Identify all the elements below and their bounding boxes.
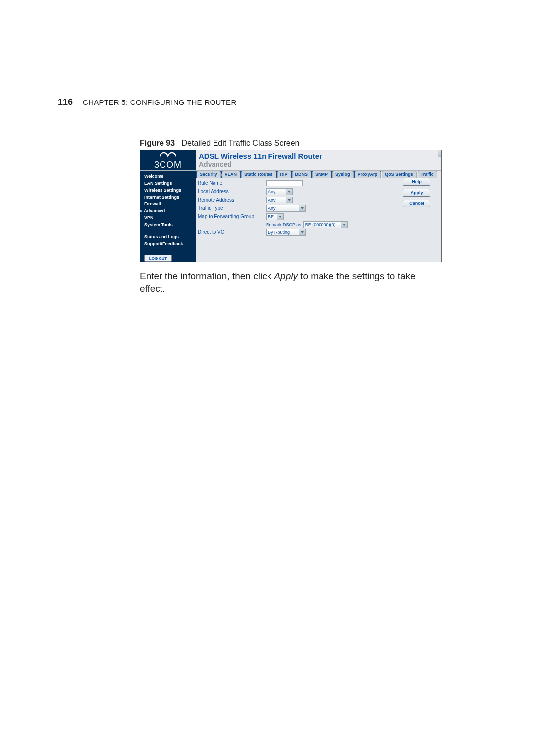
- tab-vlan[interactable]: VLAN: [222, 171, 241, 178]
- label-remote-address: Remote Address: [196, 197, 266, 202]
- sidebar-item-welcome[interactable]: Welcome: [140, 173, 196, 180]
- header-title-area: ADSL Wireless 11n Firewall Router Advanc…: [196, 150, 441, 170]
- tab-static-routes[interactable]: Static Routes: [241, 171, 276, 178]
- chevron-down-icon: [279, 216, 282, 218]
- sidebar-item-status-and-logs[interactable]: Status and Logs: [140, 233, 196, 240]
- content-panel: Edit Traffic Class Rule Name Local Addre…: [196, 171, 441, 262]
- chevron-down-icon: [288, 199, 291, 201]
- tab-ddns[interactable]: DDNS: [292, 171, 312, 178]
- document-page: 116 CHAPTER 5: CONFIGURING THE ROUTER Fi…: [0, 0, 535, 756]
- chevron-down-icon: [288, 191, 291, 193]
- help-button[interactable]: Help: [403, 178, 430, 186]
- tab-syslog[interactable]: Syslog: [332, 171, 354, 178]
- logout-button[interactable]: LOG OUT: [144, 255, 172, 262]
- sidebar-item-lan-settings[interactable]: LAN Settings: [140, 180, 196, 187]
- select-map-group[interactable]: BE: [266, 213, 284, 220]
- chapter-header: CHAPTER 5: CONFIGURING THE ROUTER: [83, 98, 237, 106]
- chevron-down-icon: [343, 224, 346, 226]
- chapter-header-text: CHAPTER 5: CONFIGURING THE ROUTER: [83, 98, 237, 106]
- select-direct-vc[interactable]: By Routing: [266, 229, 306, 236]
- sidebar-item-support-feedback[interactable]: Support/Feedback: [140, 240, 196, 247]
- tab-traffic[interactable]: Traffic: [418, 171, 437, 178]
- body-paragraph: Enter the information, then click Apply …: [140, 270, 437, 295]
- figure-title: Detailed Edit Traffic Class Screen: [181, 139, 299, 147]
- apply-button[interactable]: Apply: [403, 189, 430, 197]
- router-screenshot: 3COM ADSL Wireless 11n Firewall Router A…: [140, 150, 442, 262]
- cancel-button[interactable]: Cancel: [403, 200, 430, 207]
- label-map-group: Map to Forwarding Group: [196, 214, 266, 219]
- input-rule-name[interactable]: [266, 180, 303, 186]
- select-local-address[interactable]: Any: [266, 188, 293, 195]
- apply-emphasis: Apply: [274, 271, 298, 281]
- product-title: ADSL Wireless 11n Firewall Router: [199, 152, 438, 160]
- sidebar: Welcome LAN Settings Wireless Settings I…: [140, 171, 196, 262]
- sidebar-item-wireless-settings[interactable]: Wireless Settings: [140, 187, 196, 194]
- brand-swirl-icon: [159, 150, 177, 159]
- select-remark-dscp[interactable]: BE (000000)(0): [303, 221, 348, 228]
- figure-label: Figure 93: [140, 139, 175, 147]
- label-traffic-type: Traffic Type: [196, 205, 266, 211]
- figure-caption: Figure 93 Detailed Edit Traffic Class Sc…: [140, 139, 300, 148]
- row-direct-vc: Direct to VC By Routing: [196, 228, 441, 236]
- row-remark-dscp: Remark DSCP as BE (000000)(0): [196, 221, 441, 228]
- action-column: Help Apply Cancel: [403, 178, 430, 207]
- router-frame: 3COM ADSL Wireless 11n Firewall Router A…: [140, 150, 442, 262]
- chevron-down-icon: [301, 231, 304, 233]
- router-body: Welcome LAN Settings Wireless Settings I…: [140, 171, 441, 262]
- tab-rip[interactable]: RIP: [277, 171, 291, 178]
- select-remote-address[interactable]: Any: [266, 197, 293, 203]
- label-remark-dscp: Remark DSCP as: [264, 222, 301, 227]
- tab-security[interactable]: Security: [197, 171, 221, 178]
- sidebar-item-internet-settings[interactable]: Internet Settings: [140, 194, 196, 201]
- sidebar-item-firewall[interactable]: Firewall: [140, 201, 196, 207]
- select-traffic-type[interactable]: Any: [266, 205, 306, 212]
- tab-snmp[interactable]: SNMP: [312, 171, 331, 178]
- label-direct-vc: Direct to VC: [196, 229, 266, 235]
- tab-qos-settings[interactable]: QoS Settings: [382, 171, 417, 178]
- page-number: 116: [58, 97, 73, 107]
- tab-strip: Security VLAN Static Routes RIP DDNS SNM…: [197, 171, 438, 178]
- sidebar-item-vpn[interactable]: VPN: [140, 214, 196, 221]
- sidebar-item-system-tools[interactable]: System Tools: [140, 221, 196, 228]
- chevron-down-icon: [301, 207, 304, 209]
- brand-text: 3COM: [154, 160, 182, 170]
- label-local-address: Local Address: [196, 189, 266, 194]
- router-header: 3COM ADSL Wireless 11n Firewall Router A…: [140, 150, 441, 171]
- brand-logo: 3COM: [140, 150, 196, 170]
- section-title: Advanced: [199, 160, 438, 168]
- sidebar-item-advanced[interactable]: Advanced: [140, 207, 196, 214]
- tab-proxyarp[interactable]: ProxyArp: [355, 171, 381, 178]
- label-rule-name: Rule Name: [196, 180, 266, 186]
- scrollbar-up-icon[interactable]: [438, 150, 441, 157]
- row-map-group: Map to Forwarding Group BE: [196, 213, 441, 220]
